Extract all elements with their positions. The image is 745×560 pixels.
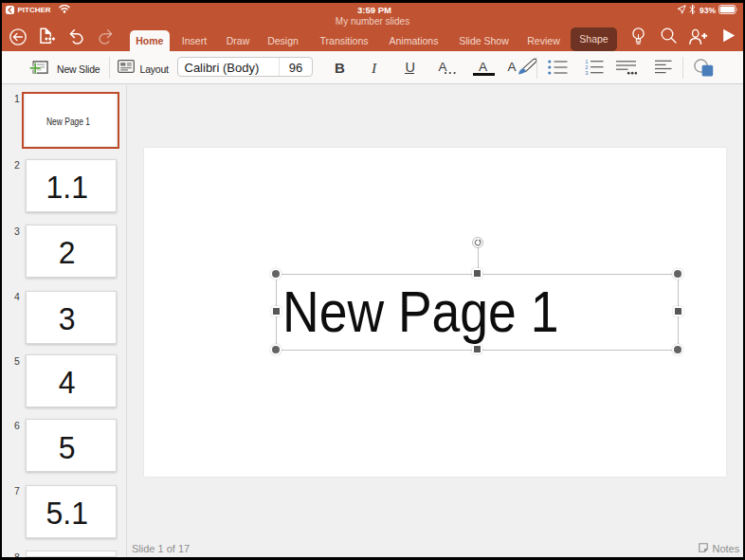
svg-text:3: 3 bbox=[585, 69, 588, 74]
